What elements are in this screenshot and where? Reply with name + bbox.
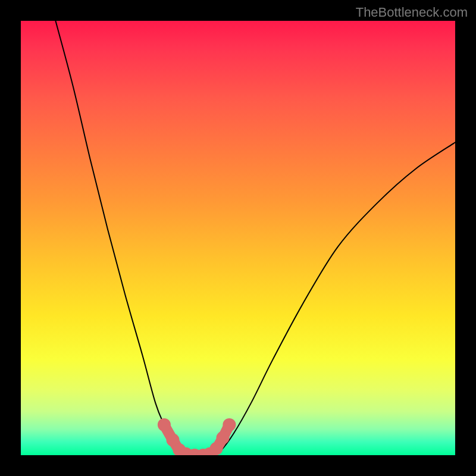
series-left-curve	[55, 21, 190, 455]
valley-point	[210, 442, 223, 455]
curve-layer	[55, 21, 455, 455]
valley-highlight	[158, 418, 236, 455]
valley-point	[223, 418, 236, 431]
valley-point	[217, 431, 230, 444]
watermark-text: TheBottleneck.com	[356, 5, 468, 20]
chart-plot-area	[21, 21, 455, 455]
chart-svg	[21, 21, 455, 455]
valley-point	[158, 418, 171, 431]
series-right-curve	[212, 142, 455, 455]
